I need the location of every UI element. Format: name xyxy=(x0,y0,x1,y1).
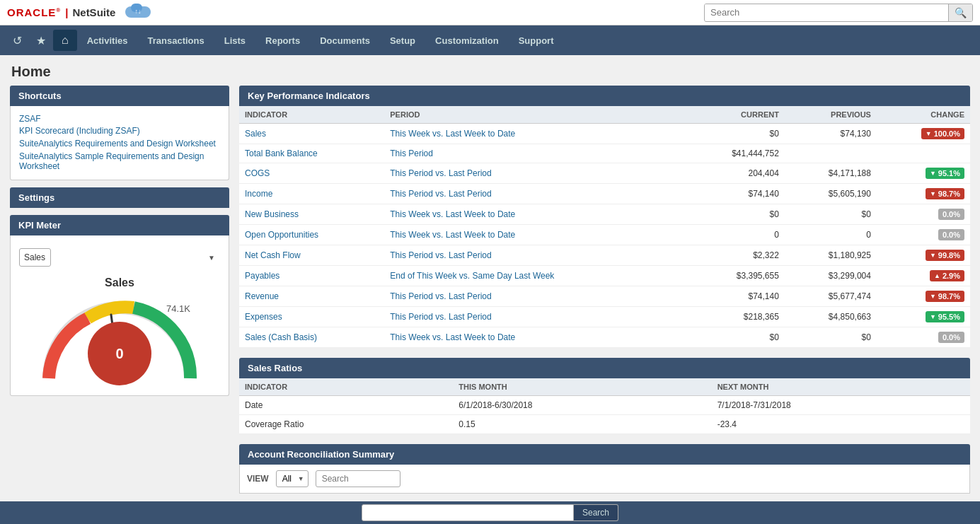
kpi-row-period: End of This Week vs. Same Day Last Week xyxy=(384,266,684,286)
search-input[interactable] xyxy=(705,4,948,21)
nav-lists[interactable]: Lists xyxy=(214,31,255,50)
kpi-row-indicator[interactable]: Revenue xyxy=(239,286,384,307)
kpi-row-current: $74,140 xyxy=(684,286,784,307)
kpi-row-previous: $0 xyxy=(785,204,877,225)
nav-setup[interactable]: Setup xyxy=(380,31,425,50)
nav-transactions[interactable]: Transactions xyxy=(137,31,214,50)
ar-view-label: VIEW xyxy=(247,474,269,484)
gauge-center-value: 0 xyxy=(115,346,123,362)
change-badge: 98.7% xyxy=(926,291,964,302)
favorites-button[interactable]: ★ xyxy=(29,30,53,52)
kpi-row-period: This Week vs. Last Week to Date xyxy=(384,225,684,245)
kpi-row-current: $2,322 xyxy=(684,245,784,266)
shortcut-kpi[interactable]: KPI Scorecard (Including ZSAF) xyxy=(19,124,220,137)
kpi-row-change: 100.0% xyxy=(877,124,970,144)
kpi-row-current: 0 xyxy=(684,225,784,245)
change-badge: 100.0% xyxy=(921,128,964,139)
sales-ratios-body: Date 6/1/2018-6/30/2018 7/1/2018-7/31/20… xyxy=(239,396,970,434)
sr-col-next-month: NEXT MONTH xyxy=(712,378,970,396)
kpi-row-indicator[interactable]: Total Bank Balance xyxy=(239,144,384,163)
main-content: Shortcuts ZSAF KPI Scorecard (Including … xyxy=(0,86,980,513)
kpi-row-current: $0 xyxy=(684,204,784,225)
kpi-row-previous: $3,299,004 xyxy=(785,266,877,286)
col-indicator: INDICATOR xyxy=(239,106,384,124)
sales-ratios-header: Sales Ratios xyxy=(239,358,970,378)
kpi-section: Key Performance Indicators INDICATOR PER… xyxy=(239,86,970,348)
kpi-row-indicator[interactable]: New Business xyxy=(239,204,384,225)
kpi-row-previous xyxy=(785,144,877,163)
kpi-row-previous: $74,130 xyxy=(785,124,877,144)
kpi-row-indicator[interactable]: Sales (Cash Basis) xyxy=(239,327,384,348)
kpi-row-period: This Period vs. Last Period xyxy=(384,307,684,327)
bottom-search-button[interactable]: Search xyxy=(574,504,618,513)
kpi-row-indicator[interactable]: Expenses xyxy=(239,307,384,327)
shortcut-suite1[interactable]: SuiteAnalytics Requirements and Design W… xyxy=(19,137,220,150)
account-reconciliation-section: Account Reconciliation Summary VIEW All xyxy=(239,444,970,494)
search-button[interactable]: 🔍 xyxy=(948,4,972,21)
sr-row: Date 6/1/2018-6/30/2018 7/1/2018-7/31/20… xyxy=(239,396,970,415)
kpi-row-period: This Period vs. Last Period xyxy=(384,286,684,307)
kpi-row-period: This Week vs. Last Week to Date xyxy=(384,204,684,225)
kpi-row-change: 98.7% xyxy=(877,286,970,307)
shortcuts-panel: Shortcuts ZSAF KPI Scorecard (Including … xyxy=(10,86,229,180)
sr-row-this-month: 6/1/2018-6/30/2018 xyxy=(453,396,711,415)
kpi-row-previous: 0 xyxy=(785,225,877,245)
bottom-search-input[interactable] xyxy=(362,504,574,513)
kpi-meter-header: KPI Meter xyxy=(10,215,229,235)
nav-documents[interactable]: Documents xyxy=(310,31,380,50)
cloud-icon: ↑↓ xyxy=(124,2,152,23)
kpi-row-previous: $5,677,474 xyxy=(785,286,877,307)
kpi-row-change: 0.0% xyxy=(877,327,970,348)
kpi-row-previous: $4,850,663 xyxy=(785,307,877,327)
col-previous: PREVIOUS xyxy=(785,106,877,124)
kpi-row-change: 0.0% xyxy=(877,225,970,245)
kpi-row-indicator[interactable]: Income xyxy=(239,184,384,204)
sales-ratios-section: Sales Ratios INDICATOR THIS MONTH NEXT M… xyxy=(239,358,970,434)
netsuite-logo: NetSuite xyxy=(72,6,115,18)
sr-row: Coverage Ratio 0.15 -23.4 xyxy=(239,415,970,434)
col-period: PERIOD xyxy=(384,106,684,124)
sr-row-indicator: Coverage Ratio xyxy=(239,415,453,434)
kpi-row: Expenses This Period vs. Last Period $21… xyxy=(239,307,970,327)
kpi-meter-select[interactable]: Sales xyxy=(19,248,51,267)
kpi-row-previous: $5,605,190 xyxy=(785,184,877,204)
left-column: Shortcuts ZSAF KPI Scorecard (Including … xyxy=(10,86,229,503)
search-bar[interactable]: 🔍 xyxy=(704,4,973,22)
kpi-row-current: $74,140 xyxy=(684,184,784,204)
nav-support[interactable]: Support xyxy=(509,31,564,50)
nav-activities[interactable]: Activities xyxy=(77,31,138,50)
kpi-section-header: Key Performance Indicators xyxy=(239,86,970,106)
kpi-row-current: $0 xyxy=(684,124,784,144)
history-button[interactable]: ↺ xyxy=(6,30,29,52)
nav-reports[interactable]: Reports xyxy=(255,31,310,50)
pipe-separator: | xyxy=(65,6,68,18)
change-badge: 98.7% xyxy=(926,188,964,199)
nav-customization[interactable]: Customization xyxy=(425,31,509,50)
oracle-logo: ORACLE® xyxy=(7,6,61,18)
kpi-row-indicator[interactable]: COGS xyxy=(239,163,384,184)
home-button[interactable]: ⌂ xyxy=(53,30,77,51)
kpi-row-period: This Week vs. Last Week to Date xyxy=(384,327,684,348)
ar-view-select[interactable]: All xyxy=(276,470,309,487)
kpi-row-indicator[interactable]: Net Cash Flow xyxy=(239,245,384,266)
sr-row-next-month: -23.4 xyxy=(712,415,970,434)
kpi-row-previous: $4,171,188 xyxy=(785,163,877,184)
kpi-row-indicator[interactable]: Payables xyxy=(239,266,384,286)
gauge-title: Sales xyxy=(105,276,134,289)
shortcut-zsaf[interactable]: ZSAF xyxy=(19,113,220,124)
settings-panel: Settings xyxy=(10,187,229,208)
svg-text:↑↓: ↑↓ xyxy=(135,8,142,15)
kpi-row: Sales This Week vs. Last Week to Date $0… xyxy=(239,124,970,144)
kpi-row: Revenue This Period vs. Last Period $74,… xyxy=(239,286,970,307)
col-current: CURRENT xyxy=(684,106,784,124)
kpi-row-indicator[interactable]: Open Opportunities xyxy=(239,225,384,245)
kpi-row: Income This Period vs. Last Period $74,1… xyxy=(239,184,970,204)
kpi-row-change: 98.7% xyxy=(877,184,970,204)
kpi-row: New Business This Week vs. Last Week to … xyxy=(239,204,970,225)
shortcut-suite2[interactable]: SuiteAnalytics Sample Requirements and D… xyxy=(19,150,220,173)
gauge-value: 74.1K xyxy=(166,303,190,314)
kpi-row-indicator[interactable]: Sales xyxy=(239,124,384,144)
ar-search-input[interactable] xyxy=(316,470,400,487)
change-badge: 95.1% xyxy=(926,168,964,179)
shortcuts-header: Shortcuts xyxy=(10,86,229,106)
